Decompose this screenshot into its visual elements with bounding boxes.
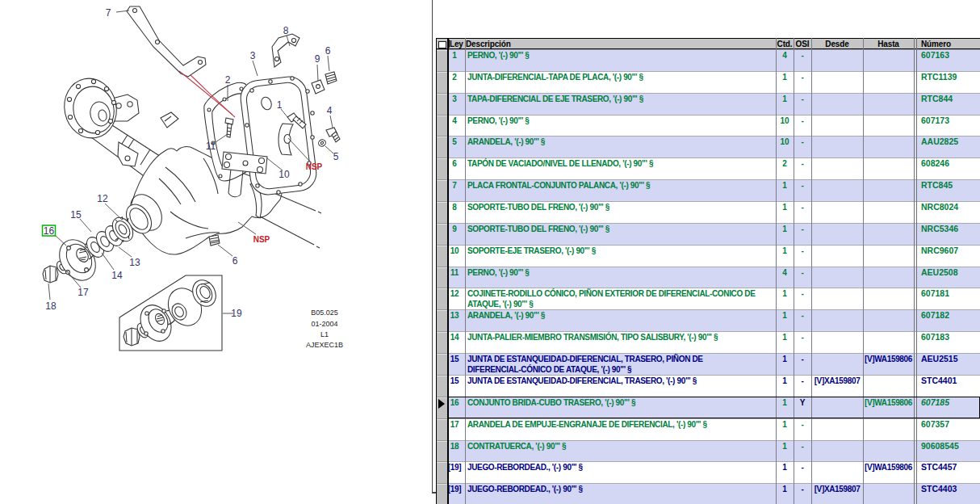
svg-text:4: 4 (327, 105, 333, 116)
svg-text:17: 17 (77, 287, 89, 298)
svg-text:NSP: NSP (306, 162, 323, 171)
svg-text:AJEXEC1B: AJEXEC1B (306, 341, 343, 349)
svg-text:6: 6 (325, 45, 331, 57)
svg-text:11: 11 (206, 141, 216, 152)
svg-text:19: 19 (231, 308, 242, 319)
svg-text:6: 6 (232, 255, 238, 267)
svg-text:L1: L1 (320, 330, 329, 338)
svg-text:18: 18 (45, 300, 57, 312)
svg-text:14: 14 (111, 270, 123, 281)
svg-text:8: 8 (283, 25, 289, 36)
svg-text:7: 7 (106, 7, 111, 19)
svg-text:15: 15 (70, 209, 82, 220)
svg-text:01-2004: 01-2004 (311, 320, 337, 328)
svg-text:12: 12 (97, 193, 108, 204)
svg-text:5: 5 (333, 151, 339, 162)
svg-text:1: 1 (277, 99, 283, 111)
svg-text:9: 9 (315, 53, 320, 65)
svg-text:16: 16 (44, 225, 55, 237)
svg-text:13: 13 (129, 257, 140, 268)
svg-text:2: 2 (225, 74, 231, 86)
svg-text:10: 10 (279, 169, 290, 180)
svg-text:3: 3 (250, 50, 256, 61)
svg-text:NSP: NSP (253, 235, 270, 244)
svg-text:B05.025: B05.025 (311, 309, 338, 317)
